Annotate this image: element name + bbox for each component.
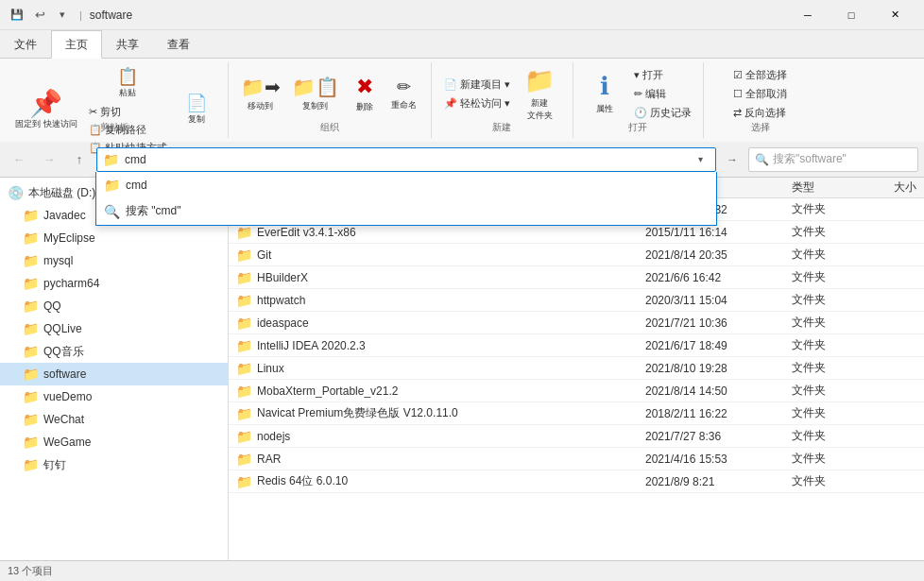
close-button[interactable]: ✕ (873, 0, 916, 30)
tab-file[interactable]: 文件 (0, 30, 51, 58)
file-row[interactable]: 📁 MobaXterm_Portable_v21.2 2021/8/14 14:… (229, 380, 924, 402)
file-name: Git (257, 248, 271, 262)
delete-button[interactable]: ✖ 删除 (346, 67, 384, 120)
file-date: 2021/6/6 16:42 (645, 271, 792, 284)
move-to-button[interactable]: 📁➡ 移动到 (236, 67, 285, 120)
file-folder-icon: 📁 (236, 293, 252, 308)
file-row[interactable]: 📁 IntelliJ IDEA 2020.2.3 2021/6/17 18:49… (229, 334, 924, 357)
open-button[interactable]: ▾ 打开 (630, 66, 695, 83)
file-row[interactable]: 📁 HBuilderX 2021/6/6 16:42 文件夹 (229, 266, 924, 289)
paste-button[interactable]: 📋 粘贴 (85, 64, 171, 102)
col-type[interactable]: 类型 (792, 179, 867, 196)
file-row[interactable]: 📁 Linux 2021/8/10 19:28 文件夹 (229, 357, 924, 380)
select-all-button[interactable]: ☑ 全部选择 (729, 66, 791, 83)
new-folder-button[interactable]: 📁 新建文件夹 (516, 64, 563, 123)
ribbon-content: 📌 固定到 快速访问 📋 粘贴 ✂ 剪切 📋 复制路径 📋 粘贴快捷方式 (0, 59, 924, 142)
file-name: RAR (257, 453, 281, 466)
address-dropdown-button[interactable]: ▾ (691, 148, 710, 171)
autocomplete-item-search[interactable]: 🔍 搜索 "cmd" (96, 198, 716, 225)
file-row[interactable]: 📁 Redis 64位 6.0.10 2021/8/9 8:21 文件夹 (229, 470, 924, 493)
sidebar-item-vuedemo[interactable]: 📁 vueDemo (0, 385, 228, 408)
sidebar-item-pycharm64[interactable]: 📁 pycharm64 (0, 272, 228, 295)
new-item-button[interactable]: 📄 新建项目 ▾ (440, 76, 514, 93)
drive-icon: 💿 (8, 185, 24, 200)
file-date: 2021/4/16 15:53 (645, 453, 792, 466)
col-size[interactable]: 大小 (867, 179, 924, 196)
search-box[interactable]: 🔍 搜索"software" (748, 147, 918, 172)
sidebar-item-wechat[interactable]: 📁 WeChat (0, 408, 228, 431)
select-none-button[interactable]: ☐ 全部取消 (729, 85, 791, 102)
pin-icon: 📌 (29, 91, 62, 117)
file-type: 文件夹 (792, 383, 867, 399)
address-go-button[interactable]: → (720, 147, 744, 172)
cut-button[interactable]: ✂ 剪切 (85, 103, 125, 120)
ribbon-group-select: ☑ 全部选择 ☐ 全部取消 ⇄ 反向选择 选择 (704, 62, 817, 138)
copy-to-button[interactable]: 📁📋 复制到 (287, 67, 344, 120)
sidebar-item-software[interactable]: 📁 software (0, 363, 228, 385)
file-date: 2021/8/9 8:21 (645, 475, 792, 488)
file-name: Redis 64位 6.0.10 (257, 473, 348, 489)
edit-button[interactable]: ✏ 编辑 (630, 85, 695, 102)
file-name-cell: 📁 RAR (229, 452, 645, 467)
file-date: 2020/3/11 15:04 (645, 294, 792, 307)
status-text: 13 个项目 (8, 564, 53, 578)
tab-home[interactable]: 主页 (51, 30, 102, 59)
sidebar: 💿 本地磁盘 (D:) 📁 Javadec 📁 MyEclipse 📁 mysq… (0, 178, 229, 560)
sidebar-item-qq[interactable]: 📁 QQ (0, 295, 228, 317)
file-date: 2021/6/17 18:49 (645, 339, 792, 352)
address-input[interactable] (125, 153, 691, 166)
select-label: 选择 (751, 121, 770, 134)
file-type: 文件夹 (792, 428, 867, 444)
status-bar: 13 个项目 (0, 560, 924, 581)
file-type: 文件夹 (792, 337, 867, 353)
sidebar-item-dingtalk[interactable]: 📁 钉钉 (0, 453, 228, 476)
file-row[interactable]: 📁 nodejs 2021/7/27 8:36 文件夹 (229, 425, 924, 448)
sidebar-item-wegame[interactable]: 📁 WeGame (0, 431, 228, 453)
save-icon[interactable]: 💾 (8, 6, 26, 25)
sidebar-item-qqmusic[interactable]: 📁 QQ音乐 (0, 340, 228, 363)
sidebar-item-qqlive[interactable]: 📁 QQLive (0, 317, 228, 340)
undo-icon[interactable]: ↩ (30, 6, 49, 25)
folder-icon: 📁 (23, 389, 39, 404)
file-folder-icon: 📁 (236, 452, 252, 467)
file-folder-icon: 📁 (236, 361, 252, 376)
address-bar[interactable]: 📁 ▾ (96, 147, 716, 172)
minimize-button[interactable]: ─ (786, 0, 830, 30)
delete-icon: ✖ (356, 75, 373, 99)
redo-icon[interactable]: ▾ (53, 6, 72, 25)
tab-view[interactable]: 查看 (153, 30, 204, 58)
file-type: 文件夹 (792, 360, 867, 376)
sidebar-item-mysql[interactable]: 📁 mysql (0, 249, 228, 272)
file-name: ideaspace (257, 316, 309, 330)
new-folder-icon: 📁 (524, 66, 555, 95)
properties-button[interactable]: ℹ 属性 (581, 64, 628, 123)
file-row[interactable]: 📁 Navicat Premium免费绿色版 V12.0.11.0 2018/2… (229, 402, 924, 425)
copy-button[interactable]: 📄 复制 (173, 84, 220, 137)
file-folder-icon: 📁 (236, 474, 252, 489)
file-row[interactable]: 📁 Git 2021/8/14 20:35 文件夹 (229, 244, 924, 266)
history-button[interactable]: 🕐 历史记录 (630, 104, 695, 121)
pin-button[interactable]: 📌 固定到 快速访问 (9, 81, 83, 140)
file-date: 2021/8/14 20:35 (645, 248, 792, 262)
address-bar-area: ← → ↑ 📁 ▾ 📁 cmd 🔍 搜索 "cmd" → 🔍 搜索"softwa… (0, 142, 924, 178)
file-type: 文件夹 (792, 292, 867, 308)
file-row[interactable]: 📁 httpwatch 2020/3/11 15:04 文件夹 (229, 289, 924, 312)
rename-button[interactable]: ✏ 重命名 (385, 67, 423, 120)
sidebar-item-myeclipse[interactable]: 📁 MyEclipse (0, 227, 228, 249)
autocomplete-item-cmd[interactable]: 📁 cmd (96, 172, 716, 198)
invert-select-button[interactable]: ⇄ 反向选择 (729, 104, 791, 121)
paste-icon: 📋 (117, 68, 138, 85)
easy-access-button[interactable]: 📌 轻松访问 ▾ (440, 94, 514, 111)
folder-icon: 📁 (23, 457, 39, 472)
file-folder-icon: 📁 (236, 406, 252, 421)
file-name: HBuilderX (257, 271, 308, 284)
maximize-button[interactable]: □ (830, 0, 873, 30)
file-name: nodejs (257, 430, 290, 443)
file-row[interactable]: 📁 RAR 2021/4/16 15:53 文件夹 (229, 448, 924, 470)
file-type: 文件夹 (792, 451, 867, 467)
file-name-cell: 📁 HBuilderX (229, 270, 645, 285)
tab-share[interactable]: 共享 (102, 30, 153, 58)
ribbon-group-open: ℹ 属性 ▾ 打开 ✏ 编辑 🕐 历史记录 打开 (573, 62, 704, 138)
file-row[interactable]: 📁 ideaspace 2021/7/21 10:36 文件夹 (229, 312, 924, 334)
file-name: httpwatch (257, 294, 305, 307)
